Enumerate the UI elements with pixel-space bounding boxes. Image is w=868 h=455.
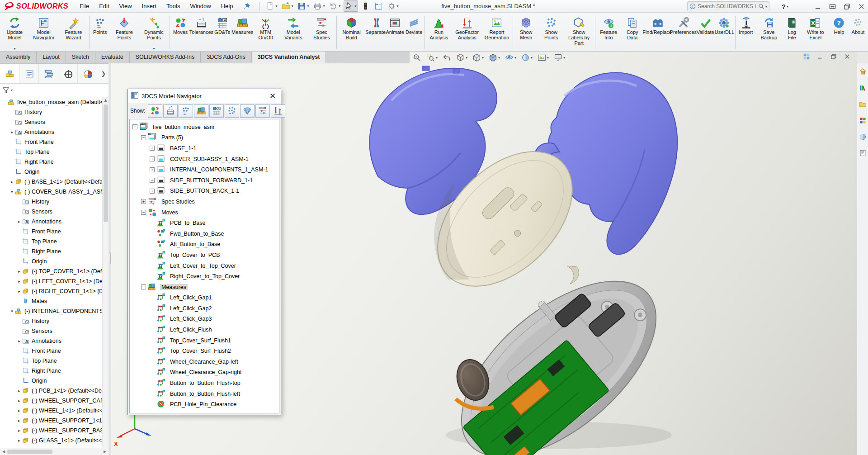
ribbon-tolerances-button[interactable]: ±1 Tolerances xyxy=(190,14,213,51)
ribbon-model-variants-button[interactable]: Model Variants xyxy=(278,14,308,51)
tab-layout[interactable]: Layout xyxy=(37,52,66,63)
expander[interactable]: + xyxy=(150,178,155,183)
zoom-to-area-button[interactable]: ▾ xyxy=(426,53,438,62)
navigator-item-internal-components-1-asm-1[interactable]: + INTERNAL_COMPONENTS_1_ASM-1 xyxy=(132,164,279,175)
expander[interactable]: ▸ xyxy=(16,279,22,284)
navigator-item-five-button-mouse-asm[interactable]: − five_button_mouse_asm xyxy=(132,122,279,133)
expander[interactable]: ▸ xyxy=(16,398,22,403)
tree-item-sensors[interactable]: Sensors xyxy=(0,117,102,127)
panel-expand-arrow[interactable]: ❯ xyxy=(99,64,108,83)
tree-item-front-plane[interactable]: Front Plane xyxy=(0,346,102,356)
tab-3dcs-variation-analyst[interactable]: 3DCS Variation Analyst xyxy=(252,52,326,63)
display-style-button[interactable]: ▾ xyxy=(488,53,500,62)
scroll-up-icon[interactable]: ▲ xyxy=(103,97,108,102)
doc-restore-icon[interactable] xyxy=(830,53,837,62)
tree-item-origin[interactable]: Origin xyxy=(0,376,102,386)
navigator-item-left-click-gap1[interactable]: Left_Click_Gap1 xyxy=(132,293,279,303)
menu-window[interactable]: Window xyxy=(185,0,216,13)
tree-item-wheel-support-base-1[interactable]: ▸ (-) WHEEL_SUPPORT_BASE_1 xyxy=(0,426,102,436)
menu-file[interactable]: File xyxy=(75,0,94,13)
expander[interactable]: ▸ xyxy=(16,428,22,433)
tab-evaluate[interactable]: Evaluate xyxy=(95,52,130,63)
menu-insert[interactable]: Insert xyxy=(137,0,162,13)
taskpane-appearances[interactable] xyxy=(859,133,867,142)
search-dropdown-caret[interactable]: ▾ xyxy=(765,5,767,9)
tree-item-origin[interactable]: Origin xyxy=(0,167,102,177)
interference-check-button[interactable] xyxy=(360,0,371,12)
navigator-item-button-to-button-flush-top[interactable]: Button_to_Button_Flush-top xyxy=(132,378,279,389)
navigator-item-top-cover-surf-flush2[interactable]: Top_Cover_Surf_Flush2 xyxy=(132,346,279,356)
expander[interactable]: ▸ xyxy=(16,339,22,343)
sidebar-vertical-scrollbar[interactable]: ▲ xyxy=(102,97,108,448)
expander[interactable]: ▸ xyxy=(16,289,22,294)
show-gdt-button[interactable]: A xyxy=(209,104,224,118)
ribbon-moves-button[interactable]: Moves xyxy=(171,14,190,51)
filter-funnel-icon[interactable] xyxy=(2,86,10,94)
save-button[interactable]: ▾ xyxy=(296,0,310,12)
menu-help[interactable]: Help xyxy=(216,0,238,13)
taskpane-custom-properties[interactable] xyxy=(859,149,867,159)
print-button[interactable]: ▾ xyxy=(312,0,326,12)
expander[interactable]: − xyxy=(132,124,137,129)
panel-tab-configuration-manager[interactable] xyxy=(39,64,58,83)
navigator-item-cover-sub-assy-1-asm-1[interactable]: + COVER_SUB-ASSY_1_ASM-1 xyxy=(132,154,279,165)
show-points-button[interactable] xyxy=(179,104,193,118)
ribbon-help-button[interactable]: ? Help xyxy=(830,14,849,51)
expander[interactable]: ▸ xyxy=(9,180,15,184)
tree-item-right-plane[interactable]: Right Plane xyxy=(0,366,102,376)
menu-view[interactable]: View xyxy=(114,0,137,13)
ribbon-report-generation-button[interactable]: Report Generation xyxy=(482,14,512,51)
navigator-item-right-cover-to-top-cover[interactable]: Right_Cover_to_Top_Cover xyxy=(132,271,279,282)
tile-windows-icon[interactable] xyxy=(803,53,810,62)
tree-item-history[interactable]: History xyxy=(0,197,102,207)
search-input[interactable] xyxy=(696,3,758,9)
navigator-item-moves[interactable]: − Moves xyxy=(132,207,279,218)
tab-sketch[interactable]: Sketch xyxy=(66,52,95,63)
navigator-item-left-click-gap2[interactable]: Left_Click_Gap2 xyxy=(132,303,279,314)
tree-item-front-plane[interactable]: Front Plane xyxy=(0,137,102,147)
taskpane-file-explorer[interactable] xyxy=(859,100,867,110)
menu-edit[interactable]: Edit xyxy=(94,0,114,13)
expander[interactable]: + xyxy=(150,146,155,151)
navigator-item-fwd-button-to-base[interactable]: Fwd_Button_to_Base xyxy=(132,228,279,239)
tree-item-mates[interactable]: Mates xyxy=(0,296,102,306)
show-fan-button[interactable] xyxy=(240,104,255,118)
tree-item-annotations[interactable]: ▸ A Annotations xyxy=(0,336,102,346)
expander[interactable]: + xyxy=(150,156,155,161)
tree-item-pcb-1-1-default-defa[interactable]: ▸ (-) PCB_1<1> (Default<<Defa xyxy=(0,386,102,396)
ribbon-geofactor-analysis-button[interactable]: GeoFactor Analysis xyxy=(452,14,482,51)
navigator-item-base-1-1[interactable]: + BASE_1-1 xyxy=(132,143,279,154)
navigator-item-wheel-clearance-gap-left[interactable]: Wheel_Clearance_Gap-left xyxy=(132,356,279,367)
navigator-item-top-cover-to-pcb[interactable]: Top_Cover_to_PCB xyxy=(132,250,279,261)
tab-solidworks-add-ins[interactable]: SOLIDWORKS Add-Ins xyxy=(130,52,201,63)
ribbon-feature-info-button[interactable]: i Feature Info xyxy=(596,14,621,51)
ribbon-model-navigator-button[interactable]: Model Navigator xyxy=(29,14,59,51)
restore-button[interactable] xyxy=(843,2,851,10)
expander[interactable]: ▸ xyxy=(16,269,22,274)
expander[interactable]: ▸ xyxy=(16,418,22,423)
ribbon-gd-ts-button[interactable]: A GD&Ts xyxy=(213,14,232,51)
ribbon-show-points-button[interactable]: Show Points xyxy=(538,14,564,51)
panel-tab-display-manager[interactable] xyxy=(78,64,97,83)
view-settings-button[interactable]: ▾ xyxy=(553,53,566,62)
ribbon-animate-button[interactable]: Animate xyxy=(386,14,405,51)
select-button[interactable]: ▾ xyxy=(344,0,358,12)
expander[interactable]: ▾ xyxy=(9,309,15,313)
menu-tools[interactable]: Tools xyxy=(161,0,185,13)
expander[interactable]: − xyxy=(141,284,146,289)
tree-item-left-cover-1-1-defau[interactable]: ▸ (-) LEFT_COVER_1<1> (Defau xyxy=(0,276,102,286)
tree-item-history[interactable]: History xyxy=(0,316,102,326)
ribbon-preferences-button[interactable]: Preferences xyxy=(671,14,696,51)
filter-caret[interactable]: ▾ xyxy=(11,88,13,92)
tree-item-origin[interactable]: Origin xyxy=(0,256,102,266)
scroll-right-icon[interactable]: ▶ xyxy=(101,450,108,454)
tab-assembly[interactable]: Assembly xyxy=(0,52,37,63)
search-box[interactable]: ? ▾ xyxy=(687,1,769,11)
ribbon-show-labels-by-part-button[interactable]: Show Labels by Part xyxy=(564,14,594,51)
tree-item-front-plane[interactable]: Front Plane xyxy=(0,227,102,237)
pin-menu-icon[interactable] xyxy=(242,2,251,11)
model-navigator-dialog[interactable]: 3DCS Model Navigator ✕ Show: ±1A − five_… xyxy=(127,89,281,415)
expander[interactable]: ▾ xyxy=(9,190,15,194)
tree-item-top-plane[interactable]: Top Plane xyxy=(0,237,102,246)
ribbon-run-analysis-button[interactable]: Run Analysis xyxy=(425,14,452,51)
